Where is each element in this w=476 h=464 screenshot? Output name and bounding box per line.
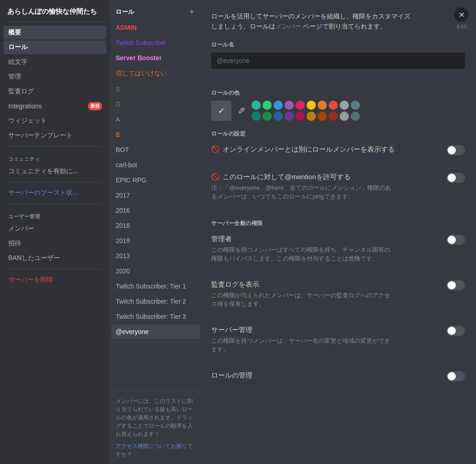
server-name: あらしんぽの愉快な仲間たち [4, 7, 106, 22]
nav-item-members[interactable]: メンバー [4, 222, 106, 236]
divider-3 [7, 204, 103, 204]
add-role-button[interactable]: + [187, 7, 196, 17]
close-button[interactable]: ✕ [454, 7, 469, 22]
role-item-b[interactable]: B [112, 127, 200, 142]
nav-item-delete-server[interactable]: サーバーを削除 [4, 273, 106, 287]
role-item-a[interactable]: A [112, 112, 200, 127]
server-wide-title: サーバー全般の権限 [211, 220, 465, 227]
role-item-2013[interactable]: 2013 [112, 249, 200, 263]
role-list: ADMIN Twitch Subscriber Server Booster 信… [110, 20, 202, 391]
middle-header: ロール + [110, 0, 202, 20]
role-color-label: ロールの色 [211, 89, 465, 97]
role-item-2020[interactable]: 2020 [112, 264, 200, 278]
permission-view-audit-log: 監査ログを表示 この権限が与えられたメンバーは、サーバーの監査ログへのアクセス権… [211, 280, 465, 317]
color-swatch-row1-6[interactable] [318, 101, 327, 110]
role-item-carl-bot[interactable]: carl-bot [112, 158, 200, 172]
members-link[interactable]: メンバー [275, 23, 301, 30]
role-item-server-booster[interactable]: Server Booster [112, 51, 200, 65]
role-item-2019[interactable]: 2019 [112, 233, 200, 248]
toggle-allow-mention[interactable] [447, 173, 465, 183]
color-swatch-row1-5[interactable] [307, 101, 316, 110]
role-item-twitch-tier2[interactable]: Twitch Subscriber: Tier 2 [112, 294, 200, 309]
eyedropper-button[interactable] [235, 104, 248, 117]
color-swatch-row2-4[interactable] [296, 112, 305, 121]
toggle-manage-roles[interactable] [447, 371, 465, 381]
role-name-label: ロール名 [211, 41, 465, 49]
nav-item-boost[interactable]: サーバーのブースト状... [4, 186, 106, 200]
color-swatch-row1-2[interactable] [274, 101, 283, 110]
nav-item-community[interactable]: コミュニティを有効に... [4, 164, 106, 178]
color-grid [252, 101, 360, 121]
color-swatch-row2-2[interactable] [274, 112, 283, 121]
color-swatch-row2-1[interactable] [263, 112, 272, 121]
middle-footer-text: メンバーには、このリストに割り当てられている最も高いロールの色が適用されます。ド… [116, 397, 196, 438]
nav-item-roles[interactable]: ロール [4, 40, 106, 54]
new-badge: 新規 [88, 102, 102, 110]
permission-allow-mention: 🚫 このロールに対して@mentionを許可する 注：「@everyone、@h… [211, 173, 465, 209]
perm-name-display-separately: 🚫 オンラインメンバーとは別にロールメンバーを表示する [211, 145, 439, 154]
nav-item-ban[interactable]: BANしたユーザー [4, 251, 106, 265]
server-wide-section: サーバー全般の権限 管理者 この権限を持つメンバーはすべての権限を持ち、チャンネ… [211, 220, 465, 389]
role-item-2018[interactable]: 2018 [112, 218, 200, 233]
divider-2 [7, 182, 103, 182]
permission-display-separately: 🚫 オンラインメンバーとは別にロールメンバーを表示する [211, 145, 465, 164]
perm-name-administrator: 管理者 [211, 235, 439, 243]
toggle-administrator[interactable] [447, 235, 465, 245]
color-swatch-row1-4[interactable] [296, 101, 305, 110]
intro-text: ロールを活用してサーバーのメンバーを組織し、権限をカスタマイズしましょう。ロール… [211, 11, 413, 32]
perm-name-allow-mention: 🚫 このロールに対して@mentionを許可する [211, 173, 439, 181]
color-swatch-row1-7[interactable] [329, 101, 338, 110]
color-swatch-row2-0[interactable] [252, 112, 261, 121]
color-swatch-row2-7[interactable] [329, 112, 338, 121]
toggle-view-audit-log[interactable] [447, 280, 465, 290]
community-section-label: コミュニティ [4, 150, 106, 164]
role-item-2017[interactable]: 2017 [112, 188, 200, 203]
nav-item-integrations[interactable]: Integrations 新規 [4, 99, 106, 113]
role-item-admin[interactable]: ADMIN [112, 20, 200, 35]
nav-item-moderation[interactable]: 管理 [4, 70, 106, 84]
role-name-input[interactable] [211, 52, 465, 69]
color-swatch-row1-0[interactable] [252, 101, 261, 110]
color-swatch-row2-5[interactable] [307, 112, 316, 121]
color-swatch-row2-6[interactable] [318, 112, 327, 121]
color-swatch-row1-1[interactable] [263, 101, 272, 110]
permission-manage-roles: ロールの管理 [211, 371, 465, 389]
perm-desc-manage-server: この権限を持つメンバーは、サーバー名の変更と地域の変更ができます。 [211, 336, 395, 354]
role-item-twitch-tier1[interactable]: Twitch Subscriber: Tier 1 [112, 279, 200, 294]
esc-label: ESC [457, 24, 468, 29]
role-item-g[interactable]: G [112, 97, 200, 112]
role-color-section: ロールの色 ✓ [211, 89, 465, 121]
checkmark-icon: ✓ [218, 106, 225, 116]
role-item-everyone[interactable]: @everyone [112, 324, 200, 339]
color-swatch-row2-8[interactable] [340, 112, 349, 121]
role-item-2016[interactable]: 2016 [112, 203, 200, 218]
access-help-link[interactable]: アクセス権限についてお困りですか？ [116, 443, 193, 458]
nav-item-emoji[interactable]: 絵文字 [4, 55, 106, 69]
nav-item-invite[interactable]: 招待 [4, 237, 106, 250]
color-swatch-row2-3[interactable] [285, 112, 294, 121]
color-swatch-row1-3[interactable] [285, 101, 294, 110]
role-item-epic-rpg[interactable]: EPIC RPG [112, 173, 200, 187]
color-swatch-row1-9[interactable] [351, 101, 360, 110]
role-item-bot[interactable]: BOT [112, 142, 200, 157]
role-item-s[interactable]: S [112, 82, 200, 96]
nav-item-widget[interactable]: ウィジェット [4, 114, 106, 128]
toggle-display-separately[interactable] [447, 145, 465, 155]
nav-item-auditlog[interactable]: 監査ログ [4, 85, 106, 98]
perm-desc-administrator: この権限を持つメンバーはすべての権限を持ち、チャンネル固有の権限もバイパスします… [211, 245, 395, 263]
middle-header-title: ロール [116, 8, 134, 16]
no-icon-mention: 🚫 [211, 173, 220, 181]
perm-name-manage-server: サーバー管理 [211, 326, 439, 334]
selected-color-swatch[interactable]: ✓ [211, 101, 231, 121]
role-item-twitch-subscriber[interactable]: Twitch Subscriber [112, 35, 200, 50]
permission-manage-server: サーバー管理 この権限を持つメンバーは、サーバー名の変更と地域の変更ができます。 [211, 326, 465, 362]
color-swatch-row1-8[interactable] [340, 101, 349, 110]
toggle-manage-server[interactable] [447, 326, 465, 336]
middle-panel: ロール + ADMIN Twitch Subscriber Server Boo… [110, 0, 202, 464]
nav-item-template[interactable]: サーバーテンプレート [4, 129, 106, 142]
role-item-twitch-tier3[interactable]: Twitch Subscriber: Tier 3 [112, 309, 200, 324]
role-item-shinjite[interactable]: 信じてはいけない [112, 66, 200, 81]
color-swatch-row2-9[interactable] [351, 112, 360, 121]
nav-item-overview[interactable]: 概要 [4, 26, 106, 40]
perm-name-manage-roles: ロールの管理 [211, 371, 439, 380]
